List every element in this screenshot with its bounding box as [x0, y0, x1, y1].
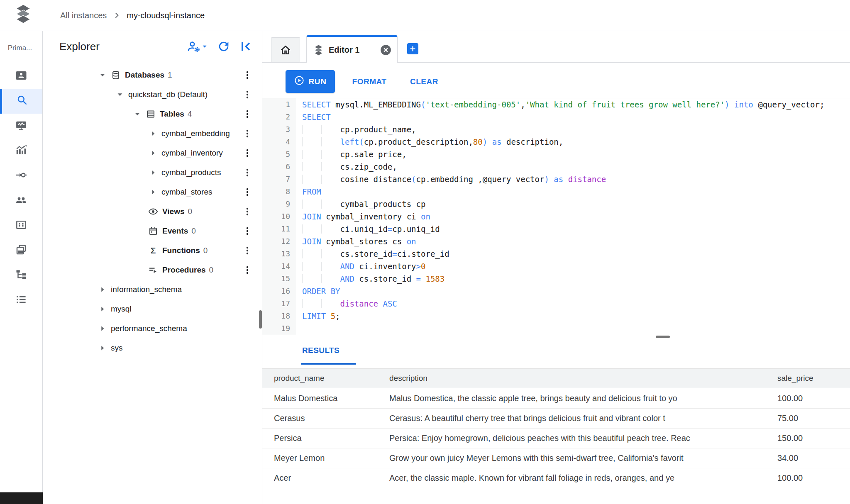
- tree-item-sys[interactable]: sys: [43, 338, 262, 358]
- tree-item-views[interactable]: Views0: [43, 202, 262, 221]
- tree-item-information-schema[interactable]: information_schema: [43, 280, 262, 299]
- code-token: LIMIT: [302, 312, 326, 321]
- sidebar-item-operations-list[interactable]: [0, 288, 42, 313]
- more-options-icon[interactable]: [243, 187, 252, 197]
- code-token: ASC: [383, 299, 397, 308]
- tree-item-functions[interactable]: ΣFunctions0: [43, 241, 262, 260]
- tree-item-performance-schema[interactable]: performance_schema: [43, 319, 262, 338]
- code-token: ): [544, 175, 549, 184]
- line-number: 8: [262, 185, 296, 198]
- code-token: 5: [331, 312, 335, 321]
- cell-description: Cerasus: A beautiful cherry tree that br…: [389, 409, 771, 429]
- sidebar-item-connections[interactable]: [0, 163, 42, 188]
- code-token: cp.uniq_id: [392, 224, 440, 234]
- more-options-icon[interactable]: [243, 245, 252, 256]
- close-icon[interactable]: [380, 44, 391, 56]
- tree-item-cymbal-inventory[interactable]: cymbal_inventory: [43, 143, 262, 163]
- table-row[interactable]: AcerAcer, the classic maple. Known for v…: [262, 468, 850, 488]
- more-options-icon[interactable]: [243, 89, 252, 100]
- indent-guides: [302, 175, 340, 184]
- clear-button[interactable]: CLEAR: [403, 70, 445, 93]
- new-tab-button[interactable]: [407, 43, 418, 54]
- code-token: on: [407, 237, 416, 246]
- code-token: ,: [520, 100, 525, 109]
- code-line-9: cymbal_products cp: [302, 198, 850, 210]
- caret-right-icon: [148, 187, 158, 197]
- line-number: 7: [262, 173, 296, 185]
- databases-grid-icon: [15, 219, 27, 233]
- sidebar-item-databases-grid[interactable]: [0, 213, 42, 238]
- code-token: [487, 137, 492, 146]
- tree-item-label: cymbal_products: [161, 168, 221, 177]
- tree-item-cymbal-embedding[interactable]: cymbal_embedding: [43, 124, 262, 143]
- more-options-icon[interactable]: [243, 167, 252, 178]
- tree-item-label: mysql: [111, 304, 132, 314]
- more-options-icon[interactable]: [243, 70, 252, 80]
- more-options-icon[interactable]: [243, 148, 252, 158]
- sidebar-item-users[interactable]: [0, 188, 42, 213]
- code-token: 80: [473, 137, 483, 146]
- tree-item-label: sys: [111, 343, 123, 353]
- tree-item-cymbal-products[interactable]: cymbal_products: [43, 163, 262, 182]
- sidebar-item-overview-card[interactable]: [0, 64, 42, 89]
- table-row[interactable]: Malus DomesticaMalus Domestica, the clas…: [262, 389, 850, 409]
- tab-results[interactable]: RESULTS: [302, 346, 340, 355]
- cell-product-name: Malus Domestica: [274, 389, 386, 409]
- column-header-sale-price: sale_price: [777, 369, 848, 389]
- indent-guides: [302, 224, 340, 234]
- eye-icon: [148, 207, 158, 217]
- breadcrumb-all-instances[interactable]: All instances: [60, 11, 107, 20]
- code-line-12: JOIN cymbal_stores cs on: [302, 235, 850, 248]
- refresh-icon[interactable]: [217, 39, 231, 54]
- caret-down-icon: [132, 109, 142, 119]
- line-number: 9: [262, 198, 296, 210]
- cell-product-name: Acer: [274, 468, 386, 488]
- code-line-19: [302, 322, 850, 335]
- breadcrumb-instance-name: my-cloudsql-instance: [127, 11, 205, 20]
- sidebar-item-insights-chart[interactable]: [0, 139, 42, 163]
- sidebar-item-replicas-tree[interactable]: [0, 263, 42, 288]
- tree-item-mysql[interactable]: mysql: [43, 299, 262, 319]
- tree-item-label: performance_schema: [111, 324, 187, 333]
- code-lines[interactable]: SELECT mysql.ML_EMBEDDING('text-embeddin…: [296, 98, 850, 335]
- line-number-gutter: 12345678910111213141516171819: [262, 98, 296, 335]
- cloud-sql-logo-icon[interactable]: [14, 3, 33, 24]
- code-token: ORDER BY: [302, 287, 340, 296]
- caret-down-icon: [115, 90, 125, 100]
- column-header-product-name: product_name: [274, 369, 386, 389]
- more-options-icon[interactable]: [243, 109, 252, 119]
- user-settings-icon[interactable]: [187, 39, 201, 54]
- explorer-scrollbar-thumb[interactable]: [259, 310, 262, 329]
- sidebar-item-search[interactable]: [0, 89, 42, 114]
- tree-item-quickstart-db-default[interactable]: quickstart_db (Default): [43, 85, 262, 104]
- tab-home[interactable]: [271, 37, 300, 63]
- tree-item-tables[interactable]: Tables4: [43, 104, 262, 124]
- tree-item-cymbal-stores[interactable]: cymbal_stores: [43, 182, 262, 202]
- format-button[interactable]: FORMAT: [344, 70, 394, 93]
- run-button[interactable]: RUN: [286, 70, 335, 93]
- splitter-handle[interactable]: [656, 336, 670, 338]
- collapse-panel-icon[interactable]: [239, 39, 253, 54]
- sql-editor[interactable]: 12345678910111213141516171819 SELECT mys…: [262, 98, 850, 335]
- tree-item-label: quickstart_db (Default): [128, 90, 208, 99]
- more-options-icon[interactable]: [243, 226, 252, 236]
- more-options-icon[interactable]: [243, 206, 252, 217]
- code-line-6: cs.zip_code,: [302, 161, 850, 173]
- tree-item-label: Tables: [160, 110, 184, 119]
- tree-item-events[interactable]: Events0: [43, 221, 262, 241]
- cloud-sql-studio: All instances my-cloudsql-instance Prima…: [0, 0, 850, 504]
- dropdown-caret-icon[interactable]: [201, 43, 208, 50]
- code-token: description,: [502, 137, 564, 146]
- table-row[interactable]: CerasusCerasus: A beautiful cherry tree …: [262, 409, 850, 429]
- table-row[interactable]: PersicaPersica: Enjoy homegrown, delicio…: [262, 429, 850, 448]
- tree-item-procedures[interactable]: Procedures0: [43, 260, 262, 280]
- code-line-5: cp.sale_price,: [302, 148, 850, 161]
- tree-item-databases[interactable]: Databases1: [43, 65, 262, 85]
- more-options-icon[interactable]: [243, 128, 252, 139]
- sidebar-item-backups[interactable]: [0, 238, 42, 263]
- more-options-icon[interactable]: [243, 265, 252, 275]
- table-row[interactable]: Meyer LemonGrow your own juicy Meyer Lem…: [262, 448, 850, 468]
- tab-editor-1[interactable]: Editor 1: [306, 35, 398, 63]
- line-number: 6: [262, 161, 296, 173]
- sidebar-item-monitoring[interactable]: [0, 114, 42, 139]
